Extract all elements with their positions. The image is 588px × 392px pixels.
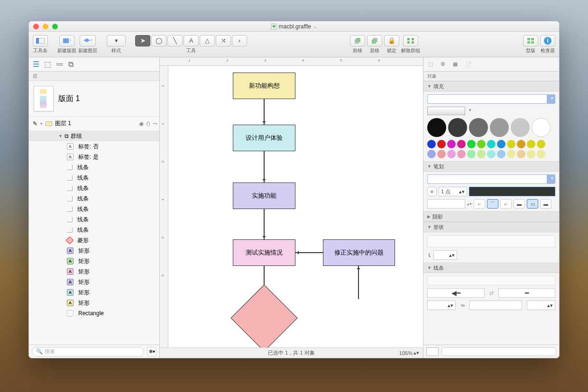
tree-item[interactable]: A矩形 <box>29 266 159 277</box>
new-layer-button[interactable]: + <box>80 35 96 46</box>
flow-box-3[interactable]: 实施功能 <box>233 182 295 209</box>
line-hop-select[interactable] <box>469 301 522 310</box>
swatch[interactable] <box>507 140 515 148</box>
tree-item[interactable]: A标签: 否 <box>29 141 159 152</box>
arrow-icon[interactable] <box>264 209 265 239</box>
line-start-size[interactable]: ▴▾ <box>427 301 456 310</box>
flow-diamond[interactable] <box>230 284 297 347</box>
swatch[interactable] <box>427 140 436 148</box>
bring-forward-button[interactable] <box>350 35 365 46</box>
zoom-stepper[interactable]: ▴▾ <box>413 350 419 356</box>
selection-tab-icon[interactable]: ⧉ <box>68 60 74 69</box>
corner-miter[interactable]: ⌐ <box>474 199 485 209</box>
corner-bevel[interactable]: ⌐ <box>500 199 512 209</box>
swatch[interactable] <box>437 140 446 148</box>
swatch[interactable] <box>448 118 467 137</box>
fill-preview-select[interactable] <box>427 107 465 115</box>
corner-radius-input[interactable]: ▴▾ <box>433 250 457 260</box>
swatch[interactable] <box>490 118 509 137</box>
swatch[interactable] <box>467 140 476 148</box>
canvas-thumbnail-row[interactable]: 版面 1 <box>29 81 159 117</box>
swatch[interactable] <box>497 150 505 158</box>
cap-butt[interactable]: ▬ <box>514 199 525 209</box>
flow-box-4[interactable]: 测试实施情况 <box>233 239 295 266</box>
tree-item[interactable]: A矩形 <box>29 277 159 287</box>
swatch[interactable] <box>517 140 525 148</box>
tool-overflow[interactable]: › <box>232 35 247 46</box>
print-icon[interactable]: ⎙ <box>147 120 150 127</box>
minimize-icon[interactable] <box>43 24 48 29</box>
fill-type-select[interactable] <box>427 94 555 104</box>
maximize-icon[interactable] <box>52 24 58 29</box>
tree-item[interactable]: A矩形 <box>29 287 159 298</box>
swatch[interactable] <box>527 140 535 148</box>
swatch[interactable] <box>427 150 436 158</box>
lock-icon[interactable]: ⤳ <box>153 120 157 127</box>
document-title[interactable]: macbl.graffle ⌄ <box>271 23 317 30</box>
fill-section-header[interactable]: ▼填充 <box>423 81 559 91</box>
color-well[interactable] <box>426 347 439 356</box>
arrow-icon[interactable] <box>264 151 265 182</box>
guides-tab-icon[interactable]: ⬚ <box>44 60 51 69</box>
cap-round[interactable]: ▭ <box>527 199 538 209</box>
close-icon[interactable] <box>33 24 39 29</box>
outline-tab-icon[interactable]: ≔ <box>56 60 64 69</box>
swatch[interactable] <box>457 150 466 158</box>
swatch[interactable] <box>477 140 486 148</box>
tree-item[interactable]: 线条 <box>29 225 159 235</box>
shape-tool[interactable]: ◯ <box>151 35 166 46</box>
search-input[interactable]: 🔍 搜索 <box>32 347 144 356</box>
arrow-icon[interactable] <box>358 266 359 299</box>
document-tab-icon[interactable]: 📄 <box>465 61 472 67</box>
tree-item[interactable]: 线条 <box>29 214 159 225</box>
tree-item[interactable]: A矩形 <box>29 246 159 256</box>
tree-item[interactable]: 线条 <box>29 183 159 193</box>
cap-square[interactable]: ▬ <box>540 199 551 209</box>
line-tool[interactable]: ╲ <box>167 35 183 46</box>
swatch[interactable] <box>437 150 446 158</box>
swatch[interactable] <box>527 150 535 158</box>
stroke-width-input[interactable]: 1 点▴▾ <box>439 187 467 196</box>
shape-section-header[interactable]: ▼形状 <box>423 222 559 232</box>
tree-item[interactable]: Rectangle <box>29 308 159 319</box>
swatch[interactable] <box>447 140 456 148</box>
swatch[interactable] <box>537 140 545 148</box>
zoom-control[interactable]: 105% ▴▾ <box>399 350 419 356</box>
stroke-position-button[interactable]: ≡ <box>427 187 437 196</box>
shape-picker[interactable] <box>427 235 555 247</box>
text-tool[interactable]: A <box>184 35 199 46</box>
chevron-down-icon[interactable]: ▾ <box>40 121 43 126</box>
tree-item[interactable]: 菱形 <box>29 235 159 246</box>
stroke-color-well[interactable] <box>427 199 465 209</box>
tree-item[interactable]: 线条 <box>29 173 159 183</box>
flow-box-5[interactable]: 修正实施中的问题 <box>323 239 395 266</box>
swap-ends-icon[interactable]: ⇄ <box>489 290 494 296</box>
swatch[interactable] <box>487 150 496 158</box>
line-type-select[interactable] <box>427 276 555 285</box>
diagram-tool[interactable]: ⤭ <box>216 35 231 46</box>
toggle-sidebar-button[interactable] <box>33 35 48 46</box>
line-start-select[interactable]: ◀━ <box>427 288 485 298</box>
flow-box-1[interactable]: 新功能构想 <box>233 73 295 99</box>
arrow-icon[interactable] <box>295 252 323 253</box>
visibility-icon[interactable]: ◉ <box>139 120 144 127</box>
group-row[interactable]: ▼ ⧉ 群组 <box>29 131 159 141</box>
line-end-select[interactable]: ━ <box>498 288 556 298</box>
line-end-size[interactable]: ▴▾ <box>527 301 555 310</box>
tree-item[interactable]: 线条 <box>29 193 159 204</box>
stroke-section-header[interactable]: ▼笔划 <box>423 161 559 172</box>
send-backward-button[interactable] <box>367 35 382 46</box>
swatch[interactable] <box>517 150 525 158</box>
ungroup-button[interactable] <box>403 35 418 46</box>
canvas[interactable]: 新功能构想 设计用户体验 实施功能 测试实施情况 修正实施中的问题 <box>168 66 423 347</box>
lock-button[interactable]: 🔒 <box>384 35 399 46</box>
corner-round[interactable]: ⌒ <box>487 199 498 209</box>
layers-tab-icon[interactable]: ☰ <box>33 60 39 69</box>
line-section-header[interactable]: ▼线条 <box>423 263 559 273</box>
object-tab-icon[interactable]: ⬚ <box>428 61 433 67</box>
layer-actions-button[interactable]: ✻▾ <box>147 347 156 356</box>
swatch[interactable] <box>467 150 476 158</box>
layer-row[interactable]: ✎ ▾ 图层 1 ◉ ⎙ ⤳ <box>29 117 159 131</box>
shadow-section-header[interactable]: ▶阴影 <box>423 211 559 222</box>
tree-item[interactable]: 线条 <box>29 162 159 173</box>
